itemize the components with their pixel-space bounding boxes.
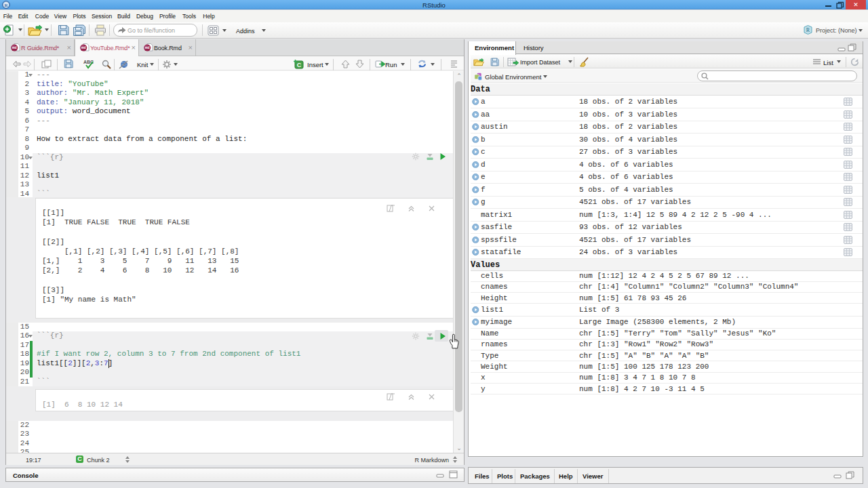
svg-text:md: md — [81, 46, 86, 49]
svg-text:C: C — [297, 62, 302, 68]
svg-text:R: R — [806, 27, 810, 33]
svg-text:md: md — [12, 46, 17, 49]
svg-text:md: md — [145, 46, 150, 49]
